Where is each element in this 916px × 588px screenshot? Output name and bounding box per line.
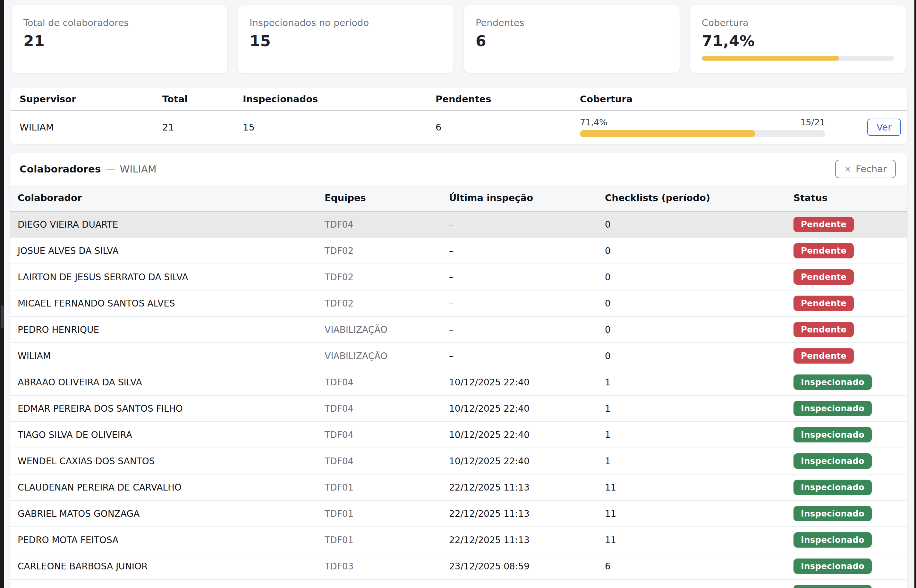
status-cell: Inspecionado: [793, 506, 907, 521]
table-row[interactable]: WENDEL CAXIAS DOS SANTOSTDF0410/12/2025 …: [10, 448, 907, 475]
collaborator-name-cell: CLAUDENAN PEREIRA DE CARVALHO: [10, 482, 325, 493]
fechar-button[interactable]: × Fechar: [835, 160, 896, 178]
status-cell: Inspecionado: [793, 401, 907, 416]
collaborator-name-cell: GABRIEL MATOS GONZAGA: [10, 509, 325, 519]
table-row[interactable]: TIAGO SILVA DE OLIVEIRATDF0410/12/2025 2…: [10, 422, 907, 448]
checklists-cell: 11: [605, 482, 793, 493]
header-ultima-inspecao: Última inspeção: [449, 192, 605, 203]
collaborator-name-cell: DIEGO VIEIRA DUARTE: [10, 219, 325, 230]
last-inspection-cell: –: [449, 246, 605, 256]
checklists-cell: 11: [605, 509, 793, 519]
header-supervisor: Supervisor: [10, 94, 162, 105]
table-row[interactable]: JOSUE ALVES DA SILVATDF02–0Pendente: [10, 238, 907, 264]
collaborator-name-cell: PEDRO MOTA FEITOSA: [10, 535, 325, 545]
status-badge: Pendente: [793, 217, 854, 232]
collaborator-name-cell: PEDRO HENRIQUE: [10, 325, 325, 335]
status-cell: Inspecionado: [793, 585, 907, 588]
stat-label: Cobertura: [702, 17, 894, 28]
panel-title-text: Colaboradores: [19, 163, 101, 175]
header-total: Total: [162, 94, 243, 105]
checklists-cell: 0: [605, 219, 793, 230]
table-row[interactable]: EDMAR PEREIRA DOS SANTOS FILHOTDF0410/12…: [10, 396, 907, 422]
table-row[interactable]: DIEGO VIEIRA DUARTETDF04–0Pendente: [10, 212, 907, 238]
collaborator-name-cell: TIAGO SILVA DE OLIVEIRA: [10, 430, 325, 440]
supervisor-table-card: Supervisor Total Inspecionados Pendentes…: [10, 87, 908, 144]
last-inspection-cell: 10/12/2025 22:40: [449, 430, 605, 440]
status-cell: Inspecionado: [793, 453, 907, 469]
team-cell: TDF02: [325, 272, 449, 283]
status-cell: Inspecionado: [793, 375, 907, 390]
last-inspection-cell: 22/12/2025 11:13: [449, 482, 605, 493]
supervisor-coverage-cell: 71,4% 15/21: [580, 117, 833, 137]
checklists-cell: 6: [605, 561, 793, 572]
supervisor-inspected-cell: 15: [243, 122, 435, 133]
coverage-ratio-label: 15/21: [800, 117, 825, 127]
last-inspection-cell: –: [449, 272, 605, 283]
supervisor-pending-cell: 6: [435, 122, 580, 133]
stat-label: Total de colaboradores: [23, 17, 216, 28]
stat-label: Pendentes: [476, 17, 668, 28]
status-cell: Pendente: [793, 348, 907, 363]
stat-card-inspected: Inspecionados no período 15: [238, 5, 454, 73]
collaborator-name-cell: LAIRTON DE JESUS SERRATO DA SILVA: [10, 272, 325, 283]
table-row[interactable]: PEDRO HENRIQUEVIABILIZAÇÃO–0Pendente: [10, 317, 907, 343]
header-pendentes: Pendentes: [435, 94, 580, 105]
table-row[interactable]: CARLEONE BARBOSA JUNIORTDF0323/12/2025 0…: [10, 553, 907, 580]
team-cell: TDF01: [325, 482, 449, 493]
status-cell: Inspecionado: [793, 532, 907, 548]
team-cell: VIABILIZAÇÃO: [325, 325, 449, 335]
team-cell: TDF02: [325, 246, 449, 256]
collaborator-name-cell: MICAEL FERNANDO SANTOS ALVES: [10, 298, 325, 309]
table-row[interactable]: CLAUDENAN PEREIRA DE CARVALHOTDF0122/12/…: [10, 475, 907, 501]
team-cell: TDF04: [325, 456, 449, 467]
stat-value: 71,4%: [702, 32, 894, 50]
checklists-cell: 0: [605, 351, 793, 361]
last-inspection-cell: 23/12/2025 08:59: [449, 561, 605, 572]
panel-title: Colaboradores — WILIAM: [19, 163, 157, 175]
status-badge: Inspecionado: [793, 480, 872, 495]
status-badge: Inspecionado: [793, 427, 872, 443]
table-row[interactable]: CICERO RICARDO MOTA CORDEIROTDF0323/12/2…: [10, 580, 907, 588]
team-cell: TDF04: [325, 219, 449, 230]
table-row[interactable]: GABRIEL MATOS GONZAGATDF0122/12/2025 11:…: [10, 501, 907, 527]
status-badge: Inspecionado: [793, 559, 872, 574]
checklists-cell: 1: [605, 456, 793, 467]
fechar-button-label: Fechar: [856, 163, 887, 174]
last-inspection-cell: 22/12/2025 11:13: [449, 535, 605, 545]
table-row[interactable]: ABRAAO OLIVEIRA DA SILVATDF0410/12/2025 …: [10, 369, 907, 396]
status-cell: Pendente: [793, 269, 907, 285]
status-badge: Inspecionado: [793, 532, 872, 548]
checklists-cell: 0: [605, 298, 793, 309]
supervisor-row[interactable]: WILIAM 21 15 6 71,4% 15/21 Ver: [10, 111, 907, 144]
checklists-cell: 0: [605, 272, 793, 283]
last-inspection-cell: 10/12/2025 22:40: [449, 377, 605, 388]
status-cell: Pendente: [793, 322, 907, 337]
table-row[interactable]: MICAEL FERNANDO SANTOS ALVESTDF02–0Pende…: [10, 291, 907, 317]
stat-cards-row: Total de colaboradores 21 Inspecionados …: [11, 5, 906, 73]
team-cell: TDF01: [325, 509, 449, 519]
last-inspection-cell: 22/12/2025 11:13: [449, 509, 605, 519]
ver-button[interactable]: Ver: [867, 119, 901, 136]
status-badge: Inspecionado: [793, 585, 872, 588]
stat-label: Inspecionados no período: [249, 17, 442, 28]
table-row[interactable]: PEDRO MOTA FEITOSATDF0122/12/2025 11:131…: [10, 527, 907, 553]
team-cell: VIABILIZAÇÃO: [325, 351, 449, 361]
header-equipes: Equipes: [325, 192, 449, 203]
stat-card-coverage: Cobertura 71,4%: [690, 5, 906, 73]
stat-value: 15: [249, 32, 442, 50]
status-badge: Pendente: [793, 296, 854, 311]
checklists-cell: 1: [605, 430, 793, 440]
status-badge: Pendente: [793, 348, 854, 363]
coverage-percent-label: 71,4%: [580, 117, 607, 127]
table-row[interactable]: WILIAMVIABILIZAÇÃO–0Pendente: [10, 343, 907, 369]
last-inspection-cell: 10/12/2025 22:40: [449, 456, 605, 467]
collaborators-table-header: Colaborador Equipes Última inspeção Chec…: [10, 185, 907, 212]
status-cell: Pendente: [793, 296, 907, 311]
header-cobertura: Cobertura: [580, 94, 833, 105]
team-cell: TDF04: [325, 403, 449, 414]
checklists-cell: 1: [605, 403, 793, 414]
team-cell: TDF04: [325, 377, 449, 388]
status-badge: Inspecionado: [793, 375, 872, 390]
last-inspection-cell: –: [449, 351, 605, 361]
table-row[interactable]: LAIRTON DE JESUS SERRATO DA SILVATDF02–0…: [10, 264, 907, 291]
